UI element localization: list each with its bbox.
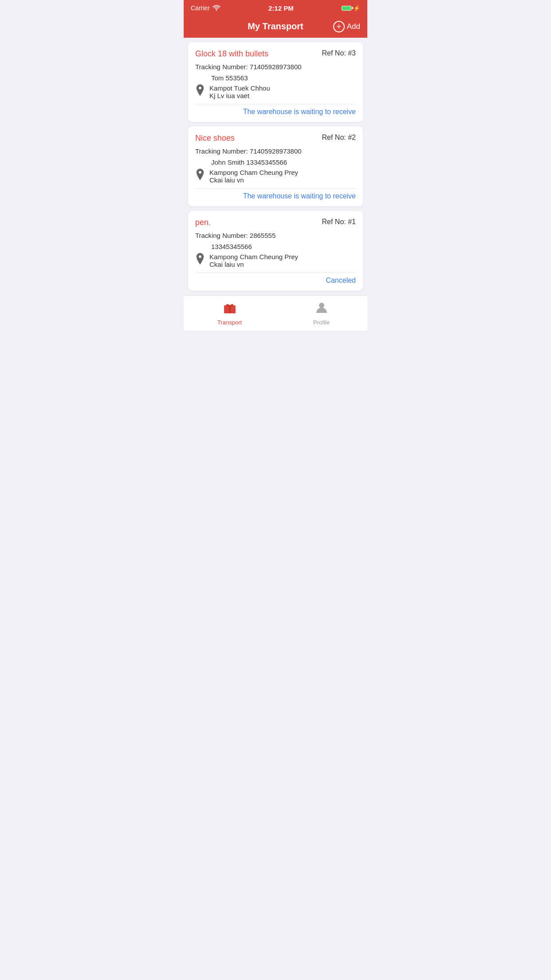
card-1-recipient: Tom 553563 — [211, 74, 356, 82]
status-time: 2:12 PM — [268, 4, 294, 12]
card-1-divider — [195, 104, 356, 104]
card-1-location-lines: Kampot Tuek Chhou Kj Lv iua vaet — [209, 84, 270, 99]
tab-bar: Transport Profile — [184, 295, 367, 331]
battery-icon — [342, 6, 351, 11]
card-1-status: The warehouse is waiting to receive — [195, 108, 356, 116]
tracking-number-1: 71405928973800 — [250, 63, 302, 71]
svg-point-4 — [319, 303, 324, 308]
card-2-street: Ckai laiu vn — [209, 176, 298, 184]
card-1-city: Kampot Tuek Chhou — [209, 84, 270, 92]
profile-icon — [315, 301, 328, 317]
card-2-ref: Ref No: #2 — [322, 134, 356, 142]
card-2-city: Kampong Cham Cheung Prey — [209, 169, 298, 176]
card-2-recipient: John Smith 13345345566 — [211, 158, 356, 166]
content-area: Glock 18 with bullets Ref No: #3 Trackin… — [184, 38, 367, 295]
card-3-divider — [195, 273, 356, 273]
card-1-header: Glock 18 with bullets Ref No: #3 — [195, 49, 356, 59]
card-2-location-lines: Kampong Cham Cheung Prey Ckai laiu vn — [209, 169, 298, 184]
transport-card-1[interactable]: Glock 18 with bullets Ref No: #3 Trackin… — [188, 42, 363, 122]
card-2-tracking: Tracking Number: 71405928973800 — [195, 147, 356, 155]
card-3-location-row: Kampong Cham Cheung Prey Ckai laiu vn — [195, 253, 356, 268]
card-2-divider — [195, 188, 356, 189]
card-1-street: Kj Lv iua vaet — [209, 92, 270, 99]
status-right: ⚡ — [342, 5, 360, 12]
tab-transport[interactable]: Transport — [184, 296, 276, 331]
card-1-ref: Ref No: #3 — [322, 49, 356, 57]
card-3-tracking: Tracking Number: 2865555 — [195, 232, 356, 239]
card-2-title: Nice shoes — [195, 134, 235, 143]
svg-point-0 — [216, 9, 217, 11]
add-label: Add — [347, 22, 360, 31]
transport-card-3[interactable]: pen. Ref No: #1 Tracking Number: 2865555… — [188, 211, 363, 291]
transport-card-2[interactable]: Nice shoes Ref No: #2 Tracking Number: 7… — [188, 126, 363, 206]
pin-icon-2 — [195, 169, 205, 182]
status-bar: Carrier 2:12 PM ⚡ — [184, 0, 367, 16]
add-button[interactable]: + Add — [333, 21, 360, 32]
tracking-number-3: 2865555 — [250, 232, 276, 239]
tracking-label-3: Tracking Number: — [195, 232, 248, 239]
card-1-title: Glock 18 with bullets — [195, 49, 268, 59]
bolt-icon: ⚡ — [353, 5, 360, 12]
card-3-header: pen. Ref No: #1 — [195, 218, 356, 227]
card-3-location-lines: Kampong Cham Cheung Prey Ckai laiu vn — [209, 253, 298, 268]
pin-icon-1 — [195, 84, 205, 98]
card-2-status: The warehouse is waiting to receive — [195, 192, 356, 200]
transport-icon — [223, 301, 237, 317]
card-1-location-row: Kampot Tuek Chhou Kj Lv iua vaet — [195, 84, 356, 99]
card-3-ref: Ref No: #1 — [322, 218, 356, 226]
carrier-info: Carrier — [191, 4, 220, 12]
tab-transport-label: Transport — [217, 319, 242, 326]
card-2-location-row: Kampong Cham Cheung Prey Ckai laiu vn — [195, 169, 356, 184]
card-3-title: pen. — [195, 218, 211, 227]
card-3-recipient: 13345345566 — [211, 243, 356, 250]
app-header: My Transport + Add — [184, 16, 367, 38]
tab-profile[interactable]: Profile — [276, 296, 367, 331]
add-circle-icon: + — [333, 21, 345, 32]
card-3-status: Canceled — [195, 277, 356, 285]
wifi-icon — [213, 4, 220, 12]
header-title: My Transport — [248, 21, 303, 32]
card-2-header: Nice shoes Ref No: #2 — [195, 134, 356, 143]
tracking-label-2: Tracking Number: — [195, 147, 248, 155]
pin-icon-3 — [195, 253, 205, 267]
svg-rect-3 — [229, 305, 231, 313]
tracking-label-1: Tracking Number: — [195, 63, 248, 71]
tracking-number-2: 71405928973800 — [250, 147, 302, 155]
card-3-street: Ckai laiu vn — [209, 261, 298, 268]
tab-profile-label: Profile — [313, 319, 330, 326]
carrier-text: Carrier — [191, 4, 210, 12]
card-1-tracking: Tracking Number: 71405928973800 — [195, 63, 356, 71]
card-3-city: Kampong Cham Cheung Prey — [209, 253, 298, 261]
